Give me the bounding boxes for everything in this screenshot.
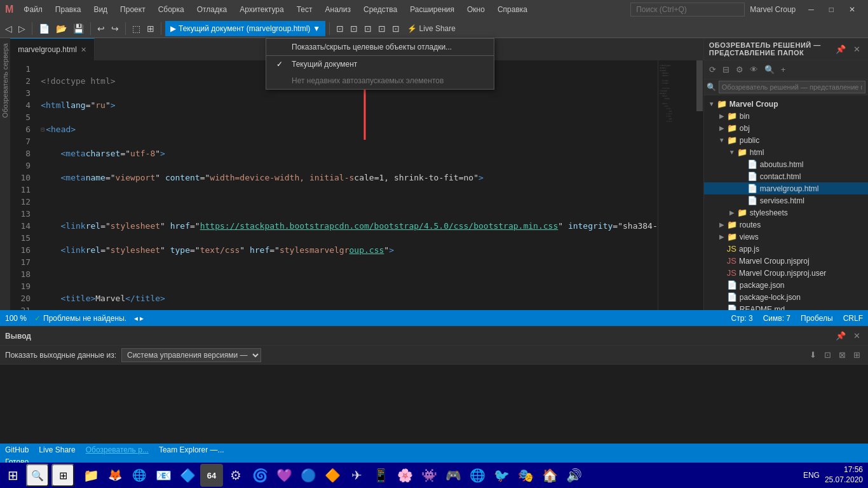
bottom-tab-github[interactable]: GitHub: [5, 445, 29, 454]
sol-filter-button[interactable]: 🔍: [762, 64, 777, 76]
code-editor[interactable]: 1 2 3 4 5 6 7 8 9 10 11 12 13 14 15 16 1…: [10, 60, 703, 310]
toolbar-extra-3[interactable]: ⊡: [334, 22, 346, 35]
tree-item-contact[interactable]: 📄 contact.html: [704, 170, 868, 182]
tree-item-stylesheets[interactable]: ▶ 📁 stylesheets: [704, 207, 868, 219]
taskbar-icon-globe[interactable]: 🌐: [466, 464, 489, 487]
menu-file[interactable]: Файл: [18, 4, 48, 15]
tree-item-njsproj[interactable]: JS Marvel Croup.njsproj: [704, 255, 868, 267]
taskbar-icon-sound[interactable]: 🔊: [562, 464, 585, 487]
taskbar-icon-twitch[interactable]: 🐦: [490, 464, 513, 487]
open-button[interactable]: 📂: [53, 22, 69, 35]
debug-menu-current-doc[interactable]: ✓ Текущий документ: [266, 55, 494, 72]
editor-tab-marvelgroup[interactable]: marvelgroup.html ✕: [10, 38, 95, 60]
sol-preview-button[interactable]: 👁: [747, 64, 761, 76]
tree-item-readme[interactable]: 📄 README.md: [704, 303, 868, 310]
redo-button[interactable]: ↪: [109, 22, 121, 35]
output-panel-pin[interactable]: 📌: [833, 330, 848, 342]
output-panel-close[interactable]: ✕: [851, 330, 863, 342]
menu-extensions[interactable]: Расширения: [405, 4, 459, 15]
tree-item-packagelock[interactable]: 📄 package-lock.json: [704, 291, 868, 303]
toolbar-extra-7[interactable]: ⊡: [390, 22, 402, 35]
debug-target-dropdown[interactable]: ▶ Текущий документ (marvelgroup.html) ▼: [165, 21, 325, 36]
taskbar-icon-explorer[interactable]: 📁: [79, 464, 102, 487]
output-action-3[interactable]: ⊠: [836, 349, 848, 361]
taskbar-icon-settings[interactable]: ⚙: [224, 464, 247, 487]
toolbar-extra-2[interactable]: ⊞: [144, 22, 157, 35]
menu-window[interactable]: Окно: [462, 4, 490, 15]
bottom-tab-liveshare[interactable]: Live Share: [39, 445, 75, 454]
output-action-2[interactable]: ⊡: [822, 349, 834, 361]
start-button[interactable]: ⊞: [3, 466, 24, 484]
output-source-select[interactable]: Система управления версиями — Git: [121, 348, 261, 362]
sol-add-button[interactable]: +: [778, 64, 789, 76]
toolbar-extra-5[interactable]: ⊡: [362, 22, 374, 35]
forward-button[interactable]: ▷: [16, 22, 28, 35]
taskbar-icon-purple[interactable]: 💜: [273, 464, 295, 487]
toolbar-extra-6[interactable]: ⊡: [376, 22, 388, 35]
server-explorer-label[interactable]: Обозреватель сервера: [0, 41, 10, 120]
taskbar-icon-64[interactable]: 64: [200, 464, 223, 487]
tree-item-public[interactable]: ▼ 📁 public: [704, 134, 868, 146]
close-button[interactable]: ✕: [841, 3, 863, 17]
minimize-button[interactable]: ─: [801, 3, 822, 17]
tab-close-marvelgroup[interactable]: ✕: [81, 46, 86, 54]
output-action-1[interactable]: ⬇: [807, 349, 819, 361]
maximize-button[interactable]: □: [822, 3, 841, 17]
taskbar-icon-yandex[interactable]: 🌀: [248, 464, 271, 487]
taskbar-icon-mail[interactable]: 📧: [152, 464, 175, 487]
sol-sync-button[interactable]: ⟳: [707, 64, 719, 76]
menu-debug[interactable]: Отладка: [192, 4, 232, 15]
tree-item-appjs[interactable]: JS app.js: [704, 243, 868, 255]
tree-item-servises[interactable]: 📄 servises.html: [704, 194, 868, 207]
taskbar-search-button[interactable]: 🔍: [26, 464, 49, 487]
menu-build[interactable]: Сборка: [153, 4, 189, 15]
solution-search-input[interactable]: [719, 81, 865, 93]
back-button[interactable]: ◁: [3, 22, 15, 35]
output-action-4[interactable]: ⊞: [851, 349, 863, 361]
menu-view[interactable]: Вид: [88, 4, 112, 15]
global-search-input[interactable]: [630, 3, 745, 17]
bottom-tab-teamexplorer[interactable]: Team Explorer —...: [159, 445, 224, 454]
taskbar-taskview-button[interactable]: ⊞: [51, 464, 74, 487]
taskbar-icon-home[interactable]: 🏠: [538, 464, 561, 487]
new-file-button[interactable]: 📄: [36, 22, 52, 35]
debug-menu-show-hide[interactable]: Показать/скрыть целевые объекты отладки.…: [266, 39, 494, 55]
taskbar-icon-store[interactable]: 🔷: [176, 464, 199, 487]
undo-button[interactable]: ↩: [95, 22, 107, 35]
panel-pin-button[interactable]: 📌: [833, 43, 848, 55]
save-button[interactable]: 💾: [71, 22, 86, 35]
bottom-tab-obozrevatel[interactable]: Обозреватель р...: [86, 445, 149, 454]
toolbar-extra-4[interactable]: ⊡: [348, 22, 360, 35]
menu-project[interactable]: Проект: [115, 4, 151, 15]
taskbar-icon-airplane[interactable]: ✈: [345, 464, 368, 487]
menu-edit[interactable]: Правка: [50, 4, 86, 15]
tree-item-package[interactable]: 📄 package.json: [704, 279, 868, 291]
menu-analyze[interactable]: Анализ: [320, 4, 356, 15]
taskbar-icon-orange[interactable]: 🔶: [321, 464, 344, 487]
taskbar-icon-controller[interactable]: 🎮: [442, 464, 465, 487]
scrollbar-thumb[interactable]: [696, 60, 703, 111]
tree-item-views[interactable]: ▶ 📁 views: [704, 231, 868, 243]
taskbar-icon-browser2[interactable]: 🌐: [128, 464, 151, 487]
menu-architecture[interactable]: Архитектура: [234, 4, 289, 15]
toolbar-extra-1[interactable]: ⬚: [130, 22, 143, 35]
sol-collapse-button[interactable]: ⊟: [720, 64, 732, 76]
tree-item-obj[interactable]: ▶ 📁 obj: [704, 122, 868, 134]
taskbar-icon-vs-blue[interactable]: 🔵: [297, 464, 320, 487]
menu-test[interactable]: Тест: [292, 4, 318, 15]
taskbar-icon-browser1[interactable]: 🦊: [104, 464, 126, 487]
menu-help[interactable]: Справка: [492, 4, 532, 15]
taskbar-icon-phone[interactable]: 📱: [369, 464, 392, 487]
tree-item-routes[interactable]: ▶ 📁 routes: [704, 219, 868, 231]
tree-item-bin[interactable]: ▶ 📁 bin: [704, 110, 868, 122]
editor-scrollbar[interactable]: [696, 60, 703, 310]
tree-item-marvelgroup[interactable]: 📄 marvelgroup.html: [704, 182, 868, 194]
taskbar-icon-game[interactable]: 👾: [417, 464, 440, 487]
taskbar-icon-theater[interactable]: 🎭: [514, 464, 537, 487]
tree-item-root[interactable]: ▼ 📁 Marvel Croup: [704, 98, 868, 110]
tree-item-njsuser[interactable]: JS Marvel Croup.njsproj.user: [704, 267, 868, 279]
menu-tools[interactable]: Средства: [358, 4, 402, 15]
sol-properties-button[interactable]: ⚙: [733, 64, 746, 76]
tree-item-aboutus[interactable]: 📄 aboutus.html: [704, 158, 868, 170]
panel-close-button[interactable]: ✕: [851, 43, 863, 55]
